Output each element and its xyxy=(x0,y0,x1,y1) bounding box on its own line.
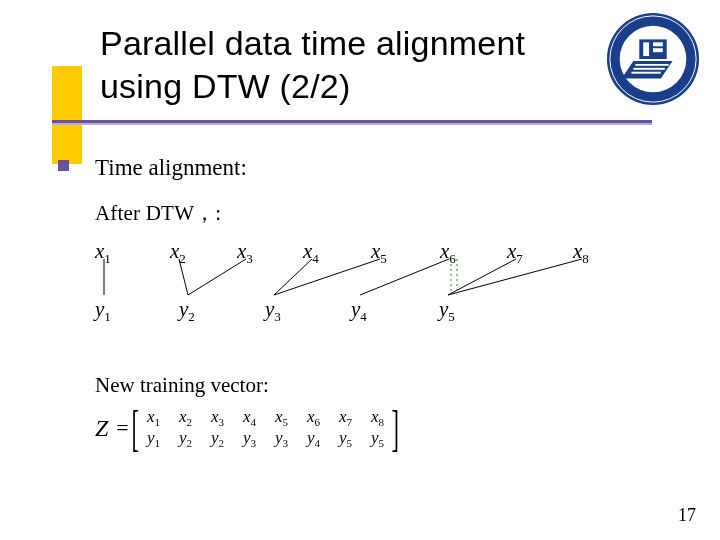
svg-rect-6 xyxy=(653,48,663,52)
alignment-edge xyxy=(360,259,449,295)
matrix-cell: y5 xyxy=(329,428,361,449)
body: Time alignment: After DTW，: x1x2x3x4x5x6… xyxy=(95,145,635,450)
title-line-2: using DTW (2/2) xyxy=(100,65,525,108)
slide-title: Parallel data time alignment using DTW (… xyxy=(100,22,525,107)
y-node: y5 xyxy=(439,297,455,325)
alignment-edge xyxy=(448,259,516,295)
matrix-cell: y3 xyxy=(265,428,297,449)
alignment-edge xyxy=(274,259,312,295)
matrix-cell: x6 xyxy=(297,407,329,428)
left-bracket-icon: [ xyxy=(131,406,138,450)
matrix-cell: y3 xyxy=(233,428,265,449)
matrix-cell: y4 xyxy=(297,428,329,449)
slide: Parallel data time alignment using DTW (… xyxy=(0,0,720,540)
matrix-cell: x7 xyxy=(329,407,361,428)
y-node: y4 xyxy=(351,297,367,325)
after-dtw-label: After DTW，: xyxy=(95,199,635,227)
matrix-cell: x4 xyxy=(233,407,265,428)
y-node: y3 xyxy=(265,297,281,325)
matrix-cell: y5 xyxy=(361,428,393,449)
time-alignment-heading: Time alignment: xyxy=(95,155,635,181)
alignment-edge xyxy=(188,259,246,295)
page-number: 17 xyxy=(678,505,696,526)
title-line-1: Parallel data time alignment xyxy=(100,22,525,65)
matrix-cell: y2 xyxy=(201,428,233,449)
matrix-cell: x2 xyxy=(169,407,201,428)
title-underline xyxy=(52,120,652,123)
new-training-vector-label: New training vector: xyxy=(95,373,635,398)
y-node: y1 xyxy=(95,297,111,325)
y-node: y2 xyxy=(179,297,195,325)
matrix-cell: x1 xyxy=(137,407,169,428)
z-matrix: Z = [ x1x2x3x4x5x6x7x8y1y2y2y3y3y4y5y5 ] xyxy=(95,406,635,450)
matrix-cell: x8 xyxy=(361,407,393,428)
matrix-cell: y2 xyxy=(169,428,201,449)
alignment-edge xyxy=(448,259,582,295)
matrix-cell: y1 xyxy=(137,428,169,449)
equals-sign: = xyxy=(116,415,128,441)
alignment-diagram: x1x2x3x4x5x6x7x8 y1y2y3y4y5 xyxy=(95,239,635,323)
alignment-edge xyxy=(274,259,380,295)
matrix-cell: x5 xyxy=(265,407,297,428)
matrix-cell: x3 xyxy=(201,407,233,428)
matrix-lhs: Z xyxy=(95,415,108,442)
bullet-icon xyxy=(58,160,69,171)
svg-rect-5 xyxy=(653,42,663,46)
alignment-edge xyxy=(179,259,188,295)
right-bracket-icon: ] xyxy=(392,406,399,450)
university-seal-icon xyxy=(604,10,702,108)
svg-rect-4 xyxy=(643,42,649,56)
accent-bar xyxy=(52,66,82,164)
